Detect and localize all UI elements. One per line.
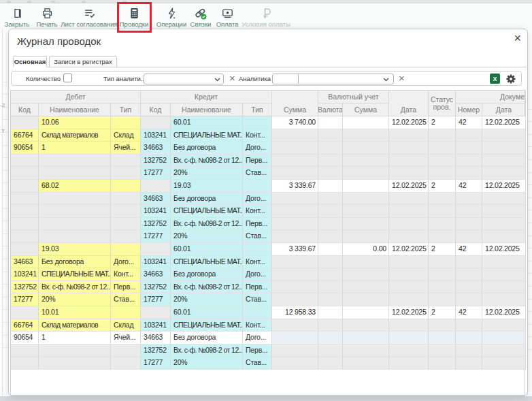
table-cell[interactable] bbox=[343, 256, 389, 269]
table-cell[interactable]: 12.02.2025 bbox=[482, 306, 526, 319]
table-cell[interactable]: 1 bbox=[39, 332, 111, 344]
table-cell[interactable] bbox=[482, 332, 526, 344]
table-cell[interactable] bbox=[272, 268, 318, 281]
table-cell[interactable] bbox=[141, 306, 171, 319]
table-cell[interactable] bbox=[456, 281, 482, 294]
table-cell[interactable] bbox=[318, 167, 343, 180]
table-cell[interactable] bbox=[11, 193, 39, 206]
table-cell[interactable] bbox=[318, 281, 343, 294]
table-cell[interactable] bbox=[318, 306, 343, 319]
table-cell[interactable] bbox=[141, 243, 171, 256]
table-cell[interactable] bbox=[11, 116, 39, 129]
table-cell[interactable]: Дого... bbox=[243, 142, 272, 155]
table-cell[interactable] bbox=[272, 281, 318, 294]
table-cell[interactable] bbox=[318, 243, 343, 256]
table-cell[interactable] bbox=[456, 193, 482, 206]
table-cell[interactable]: Склад материалов bbox=[39, 129, 111, 142]
table-cell[interactable]: 132752 bbox=[141, 218, 171, 231]
table-cell[interactable] bbox=[111, 230, 141, 243]
table-cell[interactable] bbox=[39, 218, 111, 231]
table-cell[interactable] bbox=[11, 243, 39, 256]
table-cell[interactable]: 3 339.67 bbox=[272, 180, 318, 193]
table-cell[interactable] bbox=[318, 180, 343, 193]
table-cell[interactable] bbox=[11, 205, 39, 218]
table-cell[interactable] bbox=[429, 357, 456, 370]
table-row[interactable]: 132752Вх. с-ф. №098-2 от 12...Перв... bbox=[11, 344, 525, 357]
table-cell[interactable] bbox=[456, 357, 482, 370]
table-cell[interactable] bbox=[39, 167, 111, 180]
table-cell[interactable]: 12.02.2025 bbox=[482, 180, 526, 193]
table-cell[interactable] bbox=[482, 205, 526, 218]
table-cell[interactable]: 12.02.2025 bbox=[389, 243, 429, 256]
table-cell[interactable] bbox=[318, 205, 343, 218]
table-cell[interactable] bbox=[389, 256, 429, 269]
table-cell[interactable] bbox=[482, 155, 526, 167]
table-cell[interactable] bbox=[272, 332, 318, 344]
clear-analytics-type-icon[interactable]: × bbox=[229, 72, 235, 84]
table-cell[interactable]: 42 bbox=[456, 180, 482, 193]
table-cell[interactable]: Конт... bbox=[243, 205, 272, 218]
table-cell[interactable] bbox=[39, 357, 111, 370]
table-cell[interactable]: 19.03 bbox=[171, 180, 243, 193]
table-cell[interactable] bbox=[389, 205, 429, 218]
table-row[interactable]: 103241СПЕЦИАЛЬНЫЕ МАТ...Конт...34663Без … bbox=[11, 268, 525, 281]
table-cell[interactable] bbox=[343, 129, 389, 142]
table-cell[interactable] bbox=[456, 268, 482, 281]
table-cell[interactable] bbox=[318, 268, 343, 281]
table-cell[interactable] bbox=[272, 205, 318, 218]
table-cell[interactable] bbox=[482, 281, 526, 294]
table-cell[interactable] bbox=[482, 357, 526, 370]
table-cell[interactable] bbox=[343, 281, 389, 294]
table-cell[interactable] bbox=[482, 142, 526, 155]
table-cell[interactable] bbox=[429, 268, 456, 281]
table-cell[interactable] bbox=[343, 180, 389, 193]
table-cell[interactable] bbox=[343, 293, 389, 306]
table-cell[interactable]: Без договора bbox=[171, 332, 243, 344]
table-cell[interactable]: Конт... bbox=[243, 319, 272, 332]
table-cell[interactable] bbox=[243, 243, 272, 256]
table-cell[interactable] bbox=[11, 155, 39, 167]
table-cell[interactable]: 2 bbox=[429, 243, 456, 256]
table-cell[interactable]: 17277 bbox=[141, 230, 171, 243]
table-cell[interactable]: СПЕЦИАЛЬНЫЕ МАТ... bbox=[171, 256, 243, 269]
table-cell[interactable]: Склад bbox=[111, 319, 141, 332]
table-row[interactable]: 1727720%Став... bbox=[11, 230, 525, 243]
table-cell[interactable] bbox=[111, 344, 141, 357]
table-cell[interactable] bbox=[318, 142, 343, 155]
table-cell[interactable]: 34663 bbox=[141, 193, 171, 206]
table-cell[interactable]: 34663 bbox=[141, 142, 171, 155]
table-cell[interactable]: 42 bbox=[456, 116, 482, 129]
table-cell[interactable] bbox=[111, 155, 141, 167]
table-cell[interactable]: 132752 bbox=[141, 281, 171, 294]
table-cell[interactable]: 12.02.2025 bbox=[389, 116, 429, 129]
table-cell[interactable]: 90654 bbox=[11, 142, 39, 155]
table-cell[interactable]: Дого... bbox=[111, 256, 141, 269]
table-cell[interactable] bbox=[456, 155, 482, 167]
table-cell[interactable] bbox=[318, 256, 343, 269]
table-cell[interactable] bbox=[318, 116, 343, 129]
table-cell[interactable]: 20% bbox=[39, 293, 111, 306]
table-cell[interactable] bbox=[343, 193, 389, 206]
table-cell[interactable]: СПЕЦИАЛЬНЫЕ МАТ... bbox=[171, 205, 243, 218]
table-cell[interactable]: Став... bbox=[243, 167, 272, 180]
table-cell[interactable]: 68.02 bbox=[39, 180, 111, 193]
table-cell[interactable]: 10.01 bbox=[39, 306, 111, 319]
table-cell[interactable] bbox=[111, 180, 141, 193]
table-cell[interactable] bbox=[429, 129, 456, 142]
table-cell[interactable] bbox=[39, 193, 111, 206]
table-row[interactable]: 132752Вх. с-ф. №098-2 от 12...Перв... bbox=[11, 155, 525, 167]
table-row[interactable]: 66764Склад материаловСклад103241СПЕЦИАЛЬ… bbox=[11, 319, 525, 332]
table-cell[interactable] bbox=[343, 357, 389, 370]
table-cell[interactable] bbox=[243, 180, 272, 193]
table-cell[interactable]: 42 bbox=[456, 243, 482, 256]
table-cell[interactable]: Став... bbox=[243, 230, 272, 243]
table-cell[interactable]: 17277 bbox=[11, 293, 39, 306]
table-cell[interactable] bbox=[482, 193, 526, 206]
table-cell[interactable]: 132752 bbox=[11, 281, 39, 294]
table-cell[interactable] bbox=[389, 293, 429, 306]
table-cell[interactable]: 103241 bbox=[141, 256, 171, 269]
table-cell[interactable]: Перв... bbox=[243, 218, 272, 231]
table-cell[interactable] bbox=[343, 230, 389, 243]
table-cell[interactable]: 12.02.2025 bbox=[389, 306, 429, 319]
table-cell[interactable]: Ячей... bbox=[111, 142, 141, 155]
